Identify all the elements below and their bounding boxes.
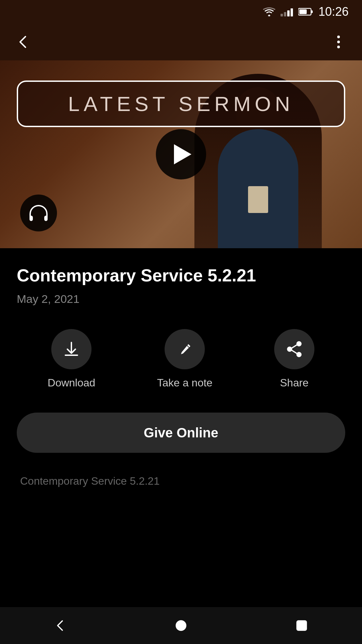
more-dot (337, 41, 340, 43)
home-nav-icon (175, 620, 187, 632)
svg-line-9 (292, 350, 297, 354)
download-circle (51, 329, 92, 369)
headphone-button[interactable] (20, 195, 57, 231)
svg-rect-2 (299, 9, 307, 14)
play-icon (174, 144, 191, 164)
share-circle (274, 329, 314, 369)
top-bar (0, 23, 362, 60)
back-nav-button[interactable] (47, 612, 74, 639)
recent-nav-button[interactable] (288, 612, 315, 639)
recent-nav-icon (296, 620, 308, 632)
sermon-title: Contemporary Service 5.2.21 (17, 265, 345, 286)
status-icons: 10:26 (263, 5, 349, 19)
bottom-nav (0, 607, 362, 644)
share-icon (286, 340, 303, 358)
more-button[interactable] (328, 32, 349, 52)
video-thumbnail: LATEST SERMON (0, 60, 362, 248)
status-bar: 10:26 (0, 0, 362, 23)
share-action[interactable]: Share (274, 329, 314, 389)
give-online-button[interactable]: Give Online (17, 413, 345, 453)
battery-icon (298, 7, 313, 16)
svg-point-5 (297, 342, 301, 346)
sermon-title-box: LATEST SERMON (17, 80, 345, 127)
sermon-date: May 2, 2021 (17, 292, 345, 306)
svg-line-8 (292, 345, 297, 348)
note-action[interactable]: Take a note (157, 329, 212, 389)
svg-point-7 (288, 347, 292, 351)
description-text: Contemporary Service 5.2.21 (17, 473, 345, 489)
actions-row: Download Take a note (17, 329, 345, 389)
svg-rect-4 (44, 216, 48, 221)
back-button[interactable] (13, 32, 34, 52)
svg-rect-3 (29, 216, 33, 221)
share-label: Share (280, 377, 308, 389)
more-dot (337, 46, 340, 48)
svg-point-6 (297, 353, 301, 357)
status-time: 10:26 (318, 5, 349, 19)
download-label: Download (48, 377, 95, 389)
more-dot (337, 36, 340, 38)
person-body (218, 129, 298, 248)
svg-point-10 (176, 620, 186, 631)
signal-icon (281, 7, 293, 16)
play-button[interactable] (156, 129, 206, 179)
person-collar (248, 186, 268, 213)
download-icon (63, 340, 80, 358)
sermon-title-text: LATEST SERMON (68, 92, 294, 116)
back-nav-icon (54, 619, 67, 632)
headphone-icon (29, 204, 48, 222)
home-nav-button[interactable] (168, 612, 194, 639)
note-icon (176, 341, 193, 358)
svg-rect-11 (297, 621, 306, 630)
note-circle (165, 329, 205, 369)
content-area: Contemporary Service 5.2.21 May 2, 2021 … (0, 248, 362, 502)
note-label: Take a note (157, 377, 212, 389)
download-action[interactable]: Download (48, 329, 95, 389)
svg-rect-1 (311, 10, 313, 13)
wifi-icon (263, 7, 275, 16)
give-online-label: Give Online (144, 425, 218, 440)
